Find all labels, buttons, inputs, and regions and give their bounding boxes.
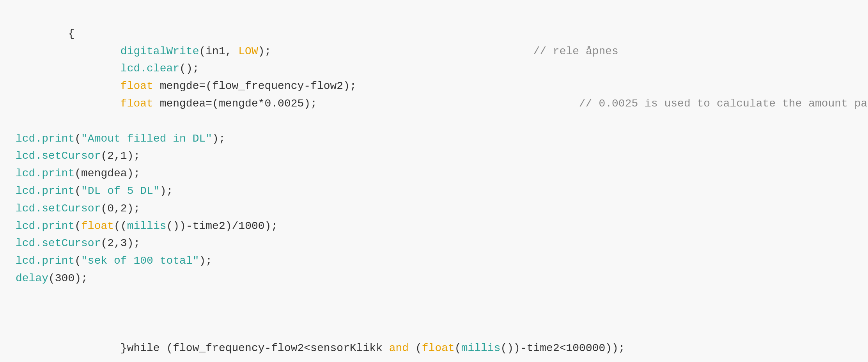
code-token: ( — [409, 342, 422, 354]
code-token: lcd.setCursor — [16, 237, 101, 249]
code-token: ); — [160, 185, 173, 197]
code-token: (); — [179, 62, 199, 75]
code-token: lcd.print — [16, 167, 74, 179]
code-token: mengdea=(mengde*0.0025); — [153, 98, 317, 110]
code-token: float — [120, 80, 153, 92]
code-token: (( — [114, 220, 127, 232]
code-line: digitalWrite(in1, LOW); // rele åpnes — [16, 43, 852, 60]
code-token: ( — [74, 220, 81, 232]
code-token: lcd.setCursor — [16, 202, 101, 215]
code-token: float — [120, 98, 153, 110]
code-token: lcd.print — [16, 185, 74, 197]
code-token: millis — [127, 220, 167, 232]
code-token: ( — [74, 185, 81, 197]
code-line: delay(300); — [16, 270, 852, 287]
code-token: (2,3); — [101, 237, 140, 249]
code-token: ())-time2)/1000); — [167, 220, 278, 232]
code-token: { — [68, 28, 74, 40]
code-token: (2,1); — [101, 150, 140, 162]
code-line: lcd.clear(); — [16, 60, 852, 78]
code-line: lcd.print("Amout filled in DL"); — [16, 130, 852, 148]
code-line — [16, 287, 852, 305]
code-token: // 0.0025 is used to calculate the amoun… — [317, 98, 867, 110]
code-token: (in1, — [199, 45, 238, 57]
code-token: ); — [212, 133, 225, 145]
code-token: lcd.print — [16, 133, 74, 145]
code-token: // rele åpnes — [271, 45, 618, 57]
code-line: lcd.setCursor(2,1); — [16, 147, 852, 165]
code-editor: { digitalWrite(in1, LOW); // rele åpnes … — [16, 8, 852, 357]
code-token: lcd.clear — [120, 62, 179, 75]
code-token: float — [81, 220, 114, 232]
code-line: lcd.print("DL of 5 DL"); — [16, 183, 852, 200]
code-line: lcd.setCursor(0,2); — [16, 200, 852, 218]
code-token: delay — [16, 272, 48, 284]
code-line: float mengde=(flow_frequency-flow2); — [16, 78, 852, 95]
code-token: (300); — [48, 272, 88, 284]
code-token: ); — [258, 45, 271, 57]
code-token: millis — [461, 342, 501, 354]
code-token: lcd.setCursor — [16, 150, 101, 162]
code-line: lcd.print("sek of 100 total"); — [16, 252, 852, 270]
code-token: and — [389, 342, 409, 354]
code-line: }while (flow_frequency-flow2<sensorKlikk… — [16, 340, 852, 357]
code-token: ( — [455, 342, 461, 354]
code-token: "Amout filled in DL" — [81, 133, 212, 145]
code-line — [16, 322, 852, 340]
code-token: "DL of 5 DL" — [81, 185, 160, 197]
code-token: ( — [74, 255, 81, 267]
code-token: digitalWrite — [120, 45, 199, 57]
code-token: "sek of 100 total" — [81, 255, 199, 267]
code-token: ( — [74, 133, 81, 145]
code-token: mengde=(flow_frequency-flow2); — [153, 80, 356, 92]
code-line: { — [16, 25, 852, 43]
code-line: lcd.print(mengdea); — [16, 165, 852, 183]
code-token: LOW — [238, 45, 258, 57]
code-line: lcd.setCursor(2,3); — [16, 235, 852, 252]
code-token: (0,2); — [101, 202, 140, 215]
code-token: ); — [199, 255, 213, 267]
code-token: float — [422, 342, 455, 354]
code-line: lcd.print(float((millis())-time2)/1000); — [16, 218, 852, 235]
code-line: float mengdea=(mengde*0.0025); // 0.0025… — [16, 95, 852, 113]
code-line — [16, 305, 852, 323]
code-token: lcd.print — [16, 255, 74, 267]
code-token: (mengdea); — [74, 167, 140, 179]
code-token: lcd.print — [16, 220, 74, 232]
code-line — [16, 113, 852, 130]
code-token: ())-time2<100000)); — [500, 342, 625, 354]
code-token: }while (flow_frequency-flow2<sensorKlikk — [120, 342, 389, 354]
